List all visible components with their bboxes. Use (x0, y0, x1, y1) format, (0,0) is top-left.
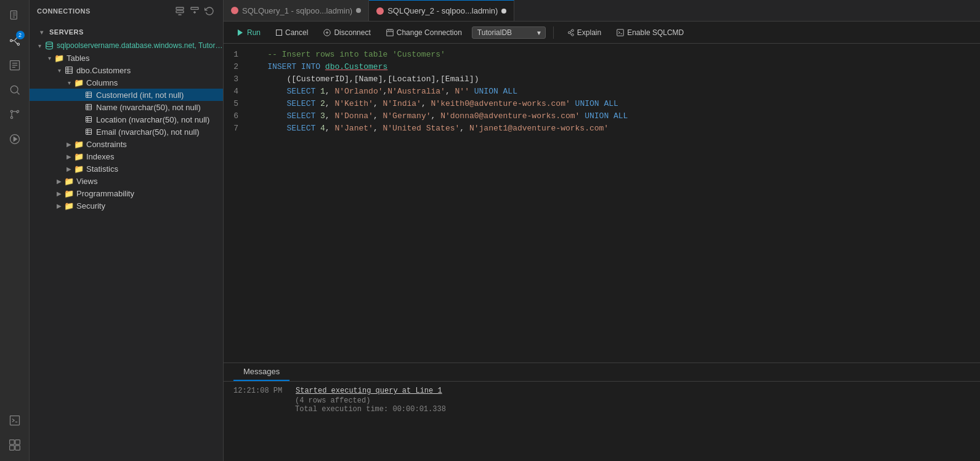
svg-rect-15 (176, 7, 184, 9)
database-selector-container: TutorialDB ▼ (472, 26, 546, 39)
tables-label: Tables (67, 54, 90, 63)
servers-section-header[interactable]: ▾ SERVERS (30, 25, 223, 39)
indexes-label: Indexes (86, 152, 115, 161)
servers-chevron: ▾ (37, 27, 47, 37)
server-node[interactable]: ▾ sqlpoolservername.database.windows.net… (30, 39, 223, 52)
constraints-node[interactable]: ▶ 📁 Constraints (30, 138, 223, 150)
explain-icon (566, 28, 575, 37)
security-node[interactable]: ▶ 📁 Security (30, 199, 223, 212)
column-icon-1 (84, 90, 94, 100)
run-label: Run (247, 28, 261, 37)
enable-sqlcmd-label: Enable SQLCMD (627, 28, 684, 37)
views-folder-icon: 📁 (64, 176, 74, 186)
tab-bar: SQLQuery_1 - sqlpoo...ladmin) SQLQuery_2… (224, 0, 980, 22)
svg-rect-14 (15, 446, 20, 451)
files-icon[interactable] (4, 5, 26, 27)
statistics-node[interactable]: ▶ 📁 Statistics (30, 162, 223, 175)
tab-sqlquery2[interactable]: SQLQuery_2 - sqlpoo...ladmin) (369, 0, 514, 21)
location-column[interactable]: ▶ Location (nvarchar(50), not null) (30, 113, 223, 126)
dbo-customers-node[interactable]: ▾ dbo.Customers (30, 64, 223, 76)
run-button[interactable]: Run (231, 27, 265, 38)
add-server-button[interactable] (188, 5, 201, 17)
search-icon[interactable] (4, 79, 26, 101)
servers-label: SERVERS (49, 28, 84, 36)
statistics-folder-icon: 📁 (74, 164, 84, 174)
svg-point-1 (10, 39, 12, 41)
svg-point-18 (46, 42, 53, 44)
columns-node[interactable]: ▾ 📁 Columns (30, 76, 223, 89)
message-rows-affected: (4 rows affected) (295, 396, 970, 405)
code-line-6: 6 SELECT 3, N'Donna', N'Germany', N'donn… (224, 110, 980, 122)
disconnect-button[interactable]: Disconnect (318, 27, 375, 38)
name-column[interactable]: ▶ Name (nvarchar(50), not null) (30, 101, 223, 113)
svg-point-27 (572, 29, 574, 31)
main-area: SQLQuery_1 - sqlpoo...ladmin) SQLQuery_2… (224, 0, 980, 461)
programmability-chevron: ▶ (54, 188, 64, 198)
email-column[interactable]: ▶ Email (nvarchar(50), not null) (30, 126, 223, 138)
customerid-column[interactable]: ▶ CustomerId (int, not null) (30, 89, 223, 101)
cancel-label: Cancel (285, 28, 308, 37)
line-content-3: ([CustomerID],[Name],[Location],[Email]) (248, 73, 980, 86)
extensions-icon[interactable] (4, 434, 26, 456)
security-folder-icon: 📁 (64, 201, 74, 210)
column-icon-3 (84, 114, 94, 124)
toolbar-separator (553, 26, 554, 39)
source-control-icon[interactable] (4, 103, 26, 126)
sidebar-actions (174, 5, 216, 17)
tab-sqlquery1[interactable]: SQLQuery_1 - sqlpoo...ladmin) (224, 0, 369, 21)
programmability-folder-icon: 📁 (64, 188, 74, 198)
explain-button[interactable]: Explain (561, 27, 606, 38)
notebooks-icon[interactable] (4, 54, 26, 76)
line-content-1: -- Insert rows into table 'Customers' (248, 49, 980, 61)
disconnect-icon (323, 28, 331, 37)
code-line-4: 4 SELECT 1, N'Orlando',N'Australia', N''… (224, 86, 980, 98)
svg-rect-13 (9, 446, 14, 451)
indexes-chevron: ▶ (64, 151, 74, 161)
activity-bar: 2 (0, 0, 30, 461)
toolbar: Run Cancel Disconnect Change Connection … (224, 22, 980, 44)
sqlcmd-icon (616, 28, 625, 37)
disconnect-label: Disconnect (334, 28, 370, 37)
enable-sqlcmd-button[interactable]: Enable SQLCMD (611, 27, 689, 38)
svg-rect-12 (15, 440, 20, 445)
tab2-server-icon (376, 7, 384, 15)
views-chevron: ▶ (54, 176, 64, 186)
email-label: Email (nvarchar(50), not null) (96, 127, 200, 137)
svg-rect-23 (86, 129, 92, 135)
columns-label: Columns (86, 78, 118, 87)
change-connection-button[interactable]: Change Connection (381, 27, 467, 38)
tables-chevron: ▾ (44, 53, 54, 63)
code-line-1: 1 -- Insert rows into table 'Customers' (224, 49, 980, 61)
cancel-button[interactable]: Cancel (270, 27, 313, 38)
security-chevron: ▶ (54, 201, 64, 210)
tab1-dot (356, 8, 361, 13)
line-num-3: 3 (224, 73, 248, 86)
customers-chevron: ▾ (54, 65, 64, 75)
constraints-folder-icon: 📁 (74, 139, 84, 149)
indexes-node[interactable]: ▶ 📁 Indexes (30, 150, 223, 162)
terminal-icon[interactable] (4, 409, 26, 431)
new-connection-button[interactable] (174, 5, 186, 17)
line-num-6: 6 (224, 110, 248, 122)
line-content-2: INSERT INTO dbo.Customers (248, 61, 980, 73)
run-icon[interactable] (4, 128, 26, 150)
table-icon (64, 65, 74, 75)
views-node[interactable]: ▶ 📁 Views (30, 175, 223, 187)
sidebar-header: CONNECTIONS (30, 0, 223, 22)
connections-icon[interactable]: 2 (4, 30, 26, 52)
line-num-7: 7 (224, 122, 248, 135)
message-link[interactable]: Started executing query at Line 1 (296, 387, 442, 395)
code-editor[interactable]: 1 -- Insert rows into table 'Customers' … (224, 44, 980, 363)
explain-label: Explain (577, 28, 601, 37)
line-content-4: SELECT 1, N'Orlando',N'Australia', N'' U… (248, 86, 980, 98)
tables-folder-icon: 📁 (54, 53, 64, 63)
database-select[interactable]: TutorialDB (472, 26, 546, 39)
svg-rect-19 (66, 67, 73, 74)
code-line-3: 3 ([CustomerID],[Name],[Location],[Email… (224, 73, 980, 86)
line-num-2: 2 (224, 61, 248, 73)
refresh-button[interactable] (203, 5, 216, 17)
programmability-node[interactable]: ▶ 📁 Programmability (30, 187, 223, 199)
change-connection-label: Change Connection (397, 28, 462, 37)
tables-node[interactable]: ▾ 📁 Tables (30, 52, 223, 64)
line-content-7: SELECT 4, N'Janet', N'United States', N'… (248, 122, 980, 135)
